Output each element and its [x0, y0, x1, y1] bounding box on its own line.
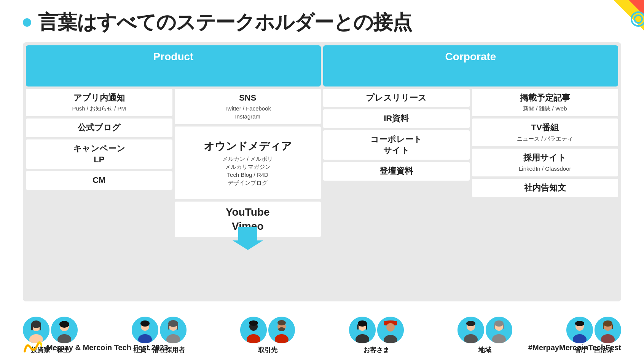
- cell-main: CM: [92, 175, 105, 186]
- stakeholder-avatars-customers: [349, 317, 404, 343]
- stakeholder-avatars-partners: [240, 317, 295, 343]
- product-body: アプリ内通知 Push / お知らせ / PM 公式ブログ キャンペーン LP …: [26, 89, 321, 237]
- corporate-body: プレスリリース IR資料 コーポレート サイト 登壇資料 掲載予定記事 新聞 /…: [323, 89, 618, 237]
- svg-rect-24: [177, 324, 178, 330]
- cell-sub: Twitter / FacebookInstagram: [224, 104, 271, 120]
- svg-point-52: [494, 320, 504, 327]
- corporate-left-column: プレスリリース IR資料 コーポレート サイト 登壇資料: [323, 89, 470, 237]
- svg-point-28: [249, 320, 258, 326]
- cell-owned-media: オウンドメディア メルカン / メルポリメルカリマガジンTech Blog / …: [175, 127, 321, 199]
- cell-app-notification: アプリ内通知 Push / お知らせ / PM: [26, 89, 172, 117]
- cell-main: SNS: [239, 93, 256, 104]
- cell-main: TV番組: [531, 122, 559, 133]
- svg-rect-53: [494, 324, 495, 329]
- cell-main: 採用サイト: [523, 152, 566, 163]
- avatar-government-2: [595, 317, 621, 343]
- svg-marker-4: [233, 227, 263, 250]
- slide: 言葉はすべてのステークホルダーとの接点 Product Corporate アプ…: [0, 0, 644, 362]
- svg-rect-9: [31, 324, 33, 330]
- product-header: Product: [26, 45, 321, 86]
- avatar-employee-1: [132, 317, 158, 343]
- svg-point-18: [140, 320, 150, 327]
- avatar-investor-1: [23, 317, 49, 343]
- svg-rect-64: [612, 324, 613, 329]
- cell-youtube-vimeo: YouTube Vimeo: [175, 202, 321, 237]
- cell-corporate-site: コーポレート サイト: [323, 130, 470, 160]
- cell-main: プレスリリース: [366, 93, 427, 104]
- svg-point-43: [386, 323, 395, 332]
- svg-rect-63: [603, 324, 604, 329]
- merpay-logo-icon: [23, 340, 42, 355]
- brand-logo: Merpay & Mercoin Tech Fest 2023: [23, 340, 168, 355]
- title-row: 言葉はすべてのステークホルダーとの接点: [23, 11, 621, 33]
- hashtag-text: #MerpayMercoinTechFest: [528, 343, 621, 352]
- cell-official-blog: 公式ブログ: [26, 119, 172, 137]
- stakeholder-avatars-employees: [132, 317, 187, 343]
- cell-sns: SNS Twitter / FacebookInstagram: [175, 89, 321, 125]
- stakeholder-avatars-community: [457, 317, 512, 343]
- avatar-customer-2: [377, 317, 404, 343]
- svg-point-42: [384, 320, 397, 324]
- avatar-community-1: [457, 317, 484, 343]
- cell-ir: IR資料: [323, 109, 470, 128]
- cell-main: オウンドメディア: [204, 139, 292, 153]
- cell-main: IR資料: [384, 113, 409, 124]
- cell-main: 登壇資料: [379, 166, 413, 177]
- cell-presentation: 登壇資料: [323, 162, 470, 181]
- stakeholder-avatars-government: [566, 317, 621, 343]
- cell-main: アプリ内通知: [73, 93, 125, 104]
- cell-main: 掲載予定記事: [520, 93, 570, 104]
- cell-sub: LinkedIn / Glassdoor: [519, 165, 571, 173]
- avatar-community-2: [486, 317, 512, 343]
- avatar-government-1: [566, 317, 593, 343]
- avatar-partner-1: [240, 317, 267, 343]
- svg-point-62: [603, 320, 612, 327]
- svg-rect-54: [503, 324, 504, 329]
- avatar-investor-2: [51, 317, 78, 343]
- footer-area: Merpay & Mercoin Tech Fest 2023 #MerpayM…: [23, 340, 621, 355]
- cell-main: 公式ブログ: [78, 122, 121, 133]
- main-table: Product Corporate アプリ内通知 Push / お知らせ / P…: [23, 42, 621, 301]
- stakeholder-avatars: [23, 317, 78, 343]
- cell-internal-notice: 社内告知文: [472, 179, 618, 197]
- svg-rect-38: [357, 324, 359, 330]
- cell-sub: ニュース / バラエティ: [517, 135, 573, 143]
- svg-point-22: [168, 320, 178, 327]
- svg-rect-10: [40, 324, 41, 330]
- product-left-column: アプリ内通知 Push / お知らせ / PM 公式ブログ キャンペーン LP …: [26, 89, 172, 237]
- cell-campaign-lp: キャンペーン LP: [26, 139, 172, 169]
- cell-recruiting-site: 採用サイト LinkedIn / Glassdoor: [472, 149, 618, 176]
- cell-sub: 新聞 / 雑誌 / Web: [523, 104, 567, 112]
- cell-press-release: プレスリリース: [323, 89, 470, 107]
- svg-point-48: [466, 321, 475, 326]
- svg-point-32: [278, 327, 285, 331]
- svg-point-33: [277, 320, 286, 325]
- corner-decoration: [583, 0, 644, 61]
- cell-main: コーポレート サイト: [370, 134, 422, 156]
- cell-tv: TV番組 ニュース / バラエティ: [472, 119, 618, 146]
- corporate-right-column: 掲載予定記事 新聞 / 雑誌 / Web TV番組 ニュース / バラエティ 採…: [472, 89, 618, 237]
- cell-main: キャンペーン LP: [73, 143, 125, 165]
- svg-point-37: [358, 320, 367, 327]
- avatar-employee-2: [160, 317, 187, 343]
- title-dot: [23, 18, 31, 27]
- corporate-header: Corporate: [323, 45, 618, 86]
- svg-rect-23: [168, 324, 169, 330]
- avatar-partner-2: [268, 317, 295, 343]
- down-arrow: [233, 227, 263, 251]
- cell-sub: メルカン / メルポリメルカリマガジンTech Blog / R4Dデザインブロ…: [222, 155, 273, 187]
- brand-text: Merpay & Mercoin Tech Fest 2023: [46, 343, 168, 352]
- cell-cm: CM: [26, 171, 172, 190]
- cell-main: 社内告知文: [524, 183, 566, 194]
- cell-sub: Push / お知らせ / PM: [72, 104, 126, 112]
- cell-scheduled-articles: 掲載予定記事 新聞 / 雑誌 / Web: [472, 89, 618, 117]
- svg-point-14: [59, 321, 69, 328]
- svg-point-58: [575, 321, 584, 326]
- svg-rect-39: [366, 324, 367, 330]
- product-right-column: SNS Twitter / FacebookInstagram オウンドメディア…: [175, 89, 321, 237]
- page-title: 言葉はすべてのステークホルダーとの接点: [38, 11, 412, 33]
- avatar-customer-1: [349, 317, 376, 343]
